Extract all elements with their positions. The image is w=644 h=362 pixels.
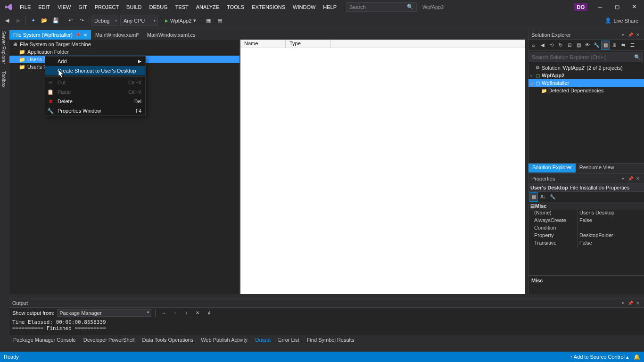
add-source-control[interactable]: ↑ Add to Source Control ▴ — [570, 354, 629, 360]
se-back-icon[interactable]: ◀ — [538, 41, 547, 50]
toolbox-tab[interactable]: Toolbox — [0, 67, 7, 91]
se-switch-icon[interactable]: ⇆ — [619, 41, 627, 50]
platform-dropdown[interactable]: Any CPU — [120, 16, 158, 26]
save-button[interactable]: 💾 — [50, 16, 61, 26]
tb-icon-a[interactable]: ▦ — [203, 16, 214, 26]
tab-error-list[interactable]: Error List — [274, 336, 303, 345]
prop-transitive[interactable]: TransitiveFalse — [528, 240, 644, 247]
close-panel-icon[interactable]: ✕ — [635, 33, 641, 37]
se-refresh-icon[interactable]: ↻ — [556, 41, 565, 50]
se-properties-icon[interactable]: 🔧 — [592, 41, 601, 50]
expand-icon[interactable]: ▷ — [528, 74, 534, 78]
project-wpfapp2[interactable]: ▷ ▢ WpfApp2 — [528, 72, 644, 79]
tree-root[interactable]: 🖥 File System on Target Machine — [9, 41, 239, 48]
close-panel-icon[interactable]: ✕ — [635, 301, 641, 305]
prop-alwayscreate[interactable]: AlwaysCreateFalse — [528, 217, 644, 225]
se-nesting-icon[interactable]: ▦ — [601, 41, 610, 50]
menu-extensions[interactable]: EXTENSIONS — [248, 2, 289, 12]
tab-web-publish[interactable]: Web Publish Activity — [197, 336, 251, 345]
new-button[interactable]: ✦ — [28, 16, 38, 26]
tab-find-symbol[interactable]: Find Symbol Results — [303, 336, 358, 345]
se-showall-icon[interactable]: ▤ — [574, 41, 583, 50]
tab-data-tools[interactable]: Data Tools Operations — [139, 336, 198, 345]
pin-icon[interactable]: 📌 — [627, 176, 634, 181]
categorized-icon[interactable]: ▦ — [529, 192, 538, 202]
properties-category[interactable]: ⊟ Misc — [528, 202, 644, 210]
menu-file[interactable]: FILE — [16, 2, 34, 12]
se-sync-icon[interactable]: ⟲ — [547, 41, 556, 50]
tab-dev-ps[interactable]: Developer PowerShell — [80, 336, 139, 345]
se-filter-icon[interactable]: ☰ — [628, 41, 636, 50]
output-next-icon[interactable]: ↓ — [182, 308, 190, 318]
tab-file-system[interactable]: File System (WpfInstaller) 📌 ✕ — [9, 30, 91, 40]
menu-window[interactable]: WINDOW — [289, 2, 319, 12]
tab-solution-explorer[interactable]: Solution Explorer — [528, 164, 576, 173]
property-pages-icon[interactable]: 🔧 — [548, 192, 557, 202]
alphabetical-icon[interactable]: A↓ — [539, 192, 547, 202]
menu-debug[interactable]: DEBUG — [146, 2, 172, 12]
nav-fwd-button[interactable]: ▶ — [13, 16, 24, 26]
ctx-properties[interactable]: 🔧 Properties Window F4 — [45, 106, 145, 115]
start-button[interactable]: WpfApp2 ▾ — [162, 16, 199, 25]
live-share-button[interactable]: 👤 Live Share — [605, 17, 638, 24]
config-dropdown[interactable]: Debug — [91, 16, 119, 26]
redo-button[interactable]: ↷ — [76, 16, 87, 26]
output-prev-icon[interactable]: ↑ — [171, 308, 179, 318]
prop-condition[interactable]: Condition — [528, 225, 644, 232]
maximize-button[interactable]: ▢ — [609, 1, 625, 13]
menu-view[interactable]: VIEW — [54, 2, 74, 12]
se-preview-icon[interactable]: 👁 — [583, 41, 592, 50]
dropdown-icon[interactable]: ▾ — [619, 301, 626, 305]
server-explorer-tab[interactable]: Server Explorer — [0, 27, 7, 67]
open-button[interactable]: 📂 — [39, 16, 50, 26]
col-name[interactable]: Name — [240, 40, 286, 48]
solution-node[interactable]: ⧉ Solution 'WpfApp2' (2 of 2 projects) — [528, 64, 644, 72]
output-text[interactable]: Time Elapsed: 00:00:00.8558339 =========… — [9, 318, 644, 332]
menu-project[interactable]: PROJECT — [91, 2, 123, 12]
dropdown-icon[interactable]: ▾ — [619, 33, 626, 37]
tab-resource-view[interactable]: Resource View — [576, 164, 618, 173]
undo-button[interactable]: ↶ — [65, 16, 75, 26]
close-button[interactable]: ✕ — [626, 1, 642, 13]
se-collapse-icon[interactable]: ⊟ — [565, 41, 574, 50]
menu-help[interactable]: HELP — [319, 2, 340, 12]
output-goto-icon[interactable]: → — [159, 308, 168, 318]
ctx-delete[interactable]: ✖ Delete Del — [45, 97, 145, 106]
menu-git[interactable]: GIT — [74, 2, 91, 12]
tab-mainwindow-xaml-cs[interactable]: MainWindow.xaml.cs — [143, 30, 200, 40]
tab-mainwindow-xaml[interactable]: MainWindow.xaml* — [91, 30, 143, 40]
status-notif-icon[interactable]: 🔔 — [634, 354, 640, 360]
expand-icon[interactable]: ◢ — [528, 81, 534, 85]
title-search-box[interactable]: Search 🔍 — [346, 2, 417, 12]
ctx-create-shortcut[interactable]: Create Shortcut to User's Desktop — [45, 66, 145, 75]
user-badge[interactable]: DO — [574, 3, 588, 11]
prop-name[interactable]: (Name)User's Desktop — [528, 210, 644, 217]
tab-pm-console[interactable]: Package Manager Console — [9, 336, 80, 345]
menu-tools[interactable]: TOOLS — [223, 2, 248, 12]
pin-icon[interactable]: 📌 — [627, 301, 634, 305]
tree-app-folder[interactable]: 📁 Application Folder — [9, 48, 239, 56]
tb-icon-b[interactable]: ▤ — [215, 16, 225, 26]
se-view-icon[interactable]: ⊞ — [610, 41, 619, 50]
pin-icon[interactable]: 📌 — [627, 33, 634, 37]
menu-build[interactable]: BUILD — [123, 2, 145, 12]
menu-test[interactable]: TEST — [172, 2, 192, 12]
menu-analyze[interactable]: ANALYZE — [192, 2, 223, 12]
properties-object-selector[interactable]: User's Desktop File Installation Propert… — [528, 183, 644, 192]
detected-dependencies[interactable]: 📁 Detected Dependencies — [528, 87, 644, 94]
prop-property[interactable]: PropertyDesktopFolder — [528, 232, 644, 240]
output-source-dropdown[interactable]: Package Manager — [57, 309, 151, 317]
close-tab-icon[interactable]: ✕ — [83, 33, 87, 38]
dropdown-icon[interactable]: ▾ — [619, 176, 626, 181]
ctx-add[interactable]: Add ▶ — [45, 57, 145, 66]
minimize-button[interactable]: ─ — [592, 1, 608, 13]
project-wpfinstaller[interactable]: ◢ ▢ WpfInstaller — [528, 79, 644, 87]
solution-explorer-search[interactable]: Search Solution Explorer (Ctrl+;) 🔍 — [529, 52, 643, 62]
menu-edit[interactable]: EDIT — [34, 2, 54, 12]
se-home-icon[interactable]: ⌂ — [529, 41, 538, 50]
nav-back-button[interactable]: ◀ — [2, 16, 12, 26]
tab-output[interactable]: Output — [251, 336, 274, 345]
pin-icon[interactable]: 📌 — [75, 33, 81, 37]
output-clear-icon[interactable]: ✕ — [193, 308, 202, 318]
col-type[interactable]: Type — [286, 40, 331, 48]
